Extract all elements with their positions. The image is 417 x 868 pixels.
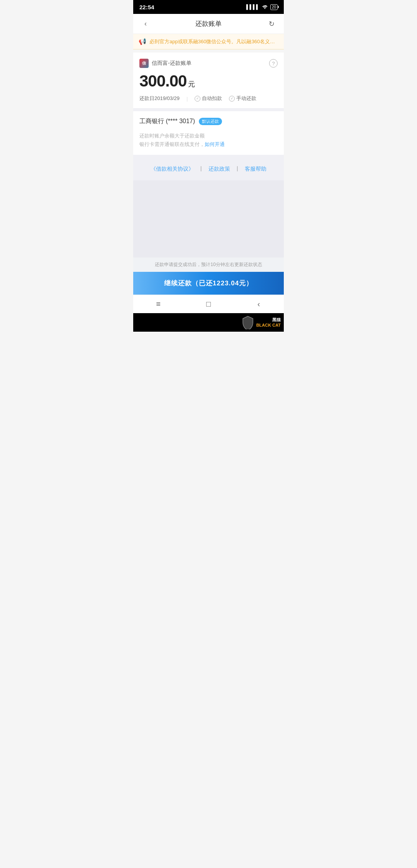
provider-name: 信而富-还款账单 [152, 60, 192, 67]
bank-info-2: 银行卡需开通银联在线支付，如何开通 [139, 140, 278, 149]
page-title: 还款账单 [195, 19, 222, 28]
wifi-icon [262, 4, 268, 10]
watermark-text: 黑猫 BLACK CAT [256, 317, 281, 328]
amount-unit: 元 [188, 80, 195, 89]
announcement-text: 必到官方app或联系融360微信公众号。凡以融360名义催收的请... [149, 38, 278, 45]
refresh-button[interactable]: ↻ [265, 18, 278, 30]
link-divider-1: 丨 [198, 166, 204, 173]
customer-service-link[interactable]: 客服帮助 [245, 166, 266, 173]
navbar: ‹ 还款账单 ↻ [133, 14, 284, 34]
provider-header: 信 信而富-还款账单 ? [139, 59, 278, 68]
repayment-date: 还款日2019/03/29 [139, 95, 180, 102]
activate-link[interactable]: 如何开通 [205, 141, 225, 147]
link-divider-2: 丨 [235, 166, 240, 173]
bank-name: 工商银行 (**** 3017) [139, 117, 195, 125]
provider-left: 信 信而富-还款账单 [139, 59, 192, 68]
links-section: 《借款相关协议》 丨 还款政策 丨 客服帮助 [133, 158, 284, 180]
help-icon[interactable]: ? [269, 59, 278, 68]
status-bar: 22:54 ▌▌▌▌ 20 [133, 0, 284, 14]
status-icons: ▌▌▌▌ 20 [246, 4, 278, 10]
auto-debit-check [195, 96, 200, 102]
bottom-nav: ≡ □ ‹ [133, 295, 284, 313]
auto-debit-option: 自动扣款 [195, 95, 222, 102]
loan-agreement-link[interactable]: 《借款相关协议》 [151, 166, 194, 173]
cta-button[interactable]: 继续还款（已还1223.04元） [133, 272, 284, 295]
divider: | [186, 96, 188, 102]
section-separator-2 [133, 155, 284, 158]
amount-row: 300.00 元 [139, 72, 278, 90]
watermark: 黑猫 BLACK CAT [133, 313, 284, 332]
section-separator [133, 108, 284, 111]
announcement-banner: 📢 必到官方app或联系融360微信公众号。凡以融360名义催收的请... [133, 34, 284, 49]
menu-button[interactable]: ≡ [151, 298, 166, 310]
bank-section: 工商银行 (**** 3017) 默认还款 还款时账户余额大于还款金额 银行卡需… [133, 111, 284, 155]
status-time: 22:54 [139, 4, 154, 10]
repay-policy-link[interactable]: 还款政策 [208, 166, 230, 173]
home-button[interactable]: □ [201, 298, 216, 310]
manual-repay-option: 手动还款 [229, 95, 256, 102]
bank-row: 工商银行 (**** 3017) 默认还款 [139, 117, 278, 125]
date-row: 还款日2019/03/29 | 自动扣款 手动还款 [139, 95, 278, 102]
back-nav-button[interactable]: ‹ [251, 298, 266, 310]
watermark-content: 黑猫 BLACK CAT [242, 315, 281, 329]
bottom-note: 还款申请提交成功后，预计10分钟左右更新还款状态 [133, 258, 284, 272]
back-button[interactable]: ‹ [139, 18, 152, 30]
provider-logo: 信 [139, 59, 149, 68]
signal-icon: ▌▌▌▌ [246, 4, 259, 10]
amount-number: 300.00 [139, 72, 186, 90]
default-badge: 默认还款 [199, 118, 222, 125]
battery-icon: 20 [270, 4, 278, 10]
bank-info-1: 还款时账户余额大于还款金额 [139, 132, 278, 140]
gray-spacer [133, 180, 284, 258]
main-card: 信 信而富-还款账单 ? 300.00 元 还款日2019/03/29 | 自动… [133, 53, 284, 108]
manual-repay-check [229, 96, 235, 102]
shield-icon [242, 315, 254, 329]
announcement-icon: 📢 [139, 38, 146, 45]
